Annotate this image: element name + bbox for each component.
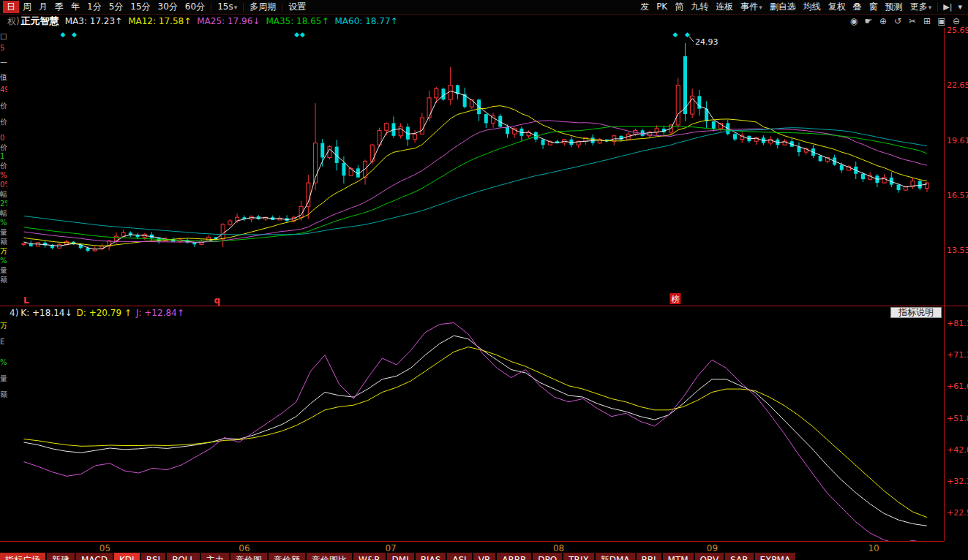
toolbar-button-简[interactable]: 简 — [671, 1, 687, 13]
left-panel-fragment: 49 — [0, 86, 7, 94]
toolbar-button-事件[interactable]: 事件▾ — [737, 1, 766, 13]
settings-button[interactable]: 设置 — [285, 1, 309, 13]
period-tab-年[interactable]: 年 — [67, 1, 83, 13]
chart-bottom-tags: Lq榜 — [23, 293, 680, 306]
price-axis-label: 13.53 — [947, 246, 968, 254]
kdj-axis-label: +81.11 — [947, 319, 968, 328]
toolbar-button-发[interactable]: 发 — [637, 1, 653, 13]
left-panel-fragment: 0 — [0, 134, 7, 142]
indicator-tab-BBI[interactable]: BBI — [637, 553, 661, 560]
indicator-help-button[interactable]: 指标说明 — [890, 307, 942, 318]
chart-tool-icons: ◉☛⊕↺✂⊞▣⊖ — [847, 16, 964, 26]
period-tab-日[interactable]: 日 — [3, 1, 19, 13]
time-axis-label-07: 07 — [385, 543, 396, 553]
indicator-tab-ARBR[interactable]: ARBR — [497, 553, 531, 560]
indicator-tab-MTM[interactable]: MTM — [663, 553, 694, 560]
toolbar-button-PK[interactable]: PK — [653, 1, 671, 13]
toolbar-separator — [211, 3, 211, 12]
jump-latest-icon[interactable]: ▶| — [940, 2, 955, 12]
multi-period-button[interactable]: 多周期 — [246, 1, 279, 13]
period-tab-月[interactable]: 月 — [35, 1, 51, 13]
toolbar-button-预测[interactable]: 预测 — [882, 1, 907, 13]
quote-info-bar: 权) 正元智慧 MA3: 17.23↑MA12: 17.58↑MA25: 17.… — [0, 15, 968, 28]
indicator-tab-竞价额[interactable]: 竞价额 — [269, 553, 305, 560]
toolbar-button-连板[interactable]: 连板 — [712, 1, 737, 13]
left-panel-fragment: 一 — [0, 58, 7, 67]
toolbar-button-窗[interactable]: 窗 — [866, 1, 882, 13]
toolbar-button-更多[interactable]: 更多▾ — [907, 1, 936, 13]
toolbar-button-删自选[interactable]: 删自选 — [766, 1, 800, 13]
indicator-tab-SAR[interactable]: SAR — [725, 553, 753, 560]
adjust-tag: 权) — [7, 15, 20, 28]
indicator-tab-W&R[interactable]: W&R — [353, 553, 386, 560]
toolbar-button-均线[interactable]: 均线 — [800, 1, 825, 13]
indicator-tab-新DMA[interactable]: 新DMA — [596, 553, 635, 560]
price-axis-label: 16.57 — [947, 192, 968, 200]
period-tab-15分[interactable]: 15分 — [127, 1, 154, 13]
toolbar-button-九转[interactable]: 九转 — [687, 1, 712, 13]
indicator-tab-竞价图[interactable]: 竞价图 — [230, 553, 267, 560]
period-tab-30分[interactable]: 30分 — [154, 1, 181, 13]
indicator-tab-新建[interactable]: 新建 — [47, 553, 75, 560]
left-panel-fragment: 额 — [0, 238, 7, 246]
indicator-tab-EXPMA[interactable]: EXPMA — [755, 553, 796, 560]
left-panel-fragment: 量 — [0, 374, 7, 382]
left-panel-fragment: 1 — [0, 152, 7, 160]
left-panel-fragment: 0% — [0, 181, 7, 189]
left-panel-fragment: 价 — [0, 102, 7, 110]
candles — [22, 43, 928, 252]
indicator-tab-DPO[interactable]: DPO — [533, 553, 562, 560]
indicator-tab-TRIX[interactable]: TRIX — [563, 553, 593, 560]
left-panel-fragment: 幅 — [0, 209, 7, 217]
time-axis: 050607080910 — [0, 541, 944, 553]
indicator-tab-VR[interactable]: VR — [473, 553, 496, 560]
kdj-axis-label: +32.31 — [947, 477, 968, 485]
left-panel-fragment: E — [0, 338, 7, 346]
indicator-tab-BIAS[interactable]: BIAS — [416, 553, 446, 560]
toolbar-separator — [937, 3, 938, 12]
scissors-icon[interactable]: ✂ — [905, 16, 920, 26]
collapse-icon[interactable]: ⊖ — [949, 16, 964, 26]
window-icon[interactable]: ▣ — [934, 16, 949, 26]
kdj-line-K — [24, 336, 927, 526]
stock-app-window: 日周月季年1分5分15分30分60分15s▾多周期设置 发PK简九转连板事件▾删… — [0, 0, 968, 560]
indicator-tab-主力[interactable]: 主力 — [201, 553, 229, 560]
period-tab-季[interactable]: 季 — [51, 1, 67, 13]
indicator-tab-BOLL[interactable]: BOLL — [167, 553, 200, 560]
period-tab-周[interactable]: 周 — [19, 1, 35, 13]
kdj-axis-label: +51.81 — [947, 415, 968, 423]
time-axis-label-10: 10 — [868, 543, 879, 553]
indicator-tab-KDJ[interactable]: KDJ — [114, 553, 140, 560]
undo-icon[interactable]: ↺ — [890, 16, 905, 26]
period-tab-5分[interactable]: 5分 — [105, 1, 127, 13]
indicator-tab-MACD[interactable]: MACD — [76, 553, 113, 560]
add-panel-icon[interactable]: ⊞ — [920, 16, 934, 26]
chevron-down-icon: ▾ — [234, 4, 238, 11]
indicator-tab-指标广场[interactable]: 指标广场 — [0, 553, 45, 560]
toolbar-separator — [243, 3, 244, 12]
indicator-tab-DMI[interactable]: DMI — [387, 553, 414, 560]
period-tab-60分[interactable]: 60分 — [181, 1, 209, 13]
indicator-tab-ASI[interactable]: ASI — [447, 553, 471, 560]
ma-value: MA25: 17.96↓ — [197, 16, 260, 26]
indicator-tab-OBV[interactable]: OBV — [695, 553, 724, 560]
tick-period-dropdown[interactable]: 15s▾ — [214, 1, 241, 13]
hand-drag-icon[interactable]: ☛ — [861, 16, 876, 26]
left-panel-fragment: 万 — [0, 322, 7, 330]
crosshair-icon[interactable]: ⊕ — [876, 16, 890, 26]
svg-text:◆: ◆ — [672, 31, 678, 38]
left-panel-fragment: 价 — [0, 118, 7, 126]
indicator-tab-竞价图比[interactable]: 竞价图比 — [307, 553, 352, 560]
left-panel-fragment: 额 — [0, 276, 7, 284]
eye-icon[interactable]: ◉ — [847, 16, 861, 26]
period-tab-1分[interactable]: 1分 — [83, 1, 105, 13]
toolbar-button-复权[interactable]: 复权 — [825, 1, 849, 13]
kdj-line-J — [24, 323, 927, 542]
main-candlestick-chart[interactable]: ◆◆◆◆◆◆24.93Lq榜 — [0, 28, 944, 307]
kdj-indicator-chart[interactable] — [0, 319, 944, 541]
top-toolbar: 日周月季年1分5分15分30分60分15s▾多周期设置 发PK简九转连板事件▾删… — [0, 0, 968, 15]
toolbar-button-叠[interactable]: 叠 — [849, 1, 866, 13]
price-axis-label: 25.69 — [947, 26, 968, 34]
toolbar-caret-icon[interactable]: ▾ — [955, 2, 965, 12]
indicator-tab-RSI[interactable]: RSI — [141, 553, 166, 560]
